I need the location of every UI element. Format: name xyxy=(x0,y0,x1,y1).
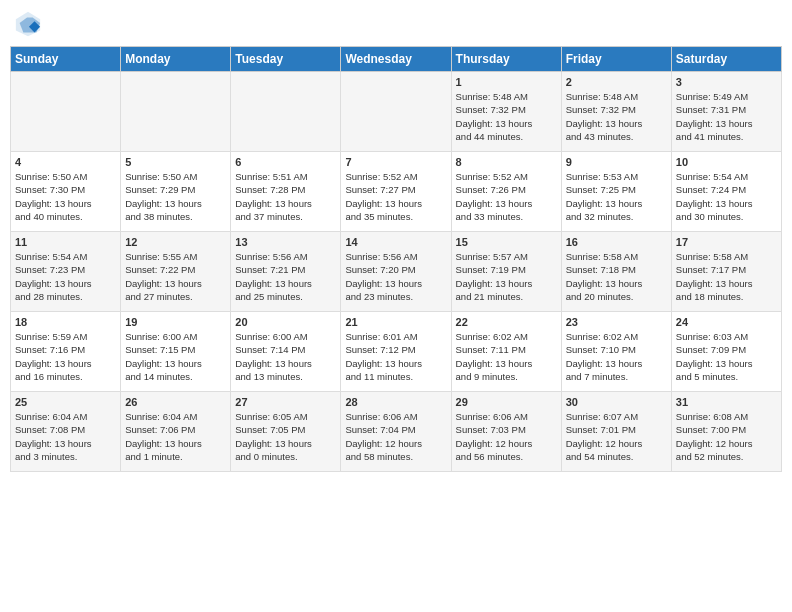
header-day: Monday xyxy=(121,47,231,72)
calendar-cell: 27Sunrise: 6:05 AM Sunset: 7:05 PM Dayli… xyxy=(231,392,341,472)
calendar-cell: 23Sunrise: 6:02 AM Sunset: 7:10 PM Dayli… xyxy=(561,312,671,392)
calendar-cell: 8Sunrise: 5:52 AM Sunset: 7:26 PM Daylig… xyxy=(451,152,561,232)
calendar-cell: 20Sunrise: 6:00 AM Sunset: 7:14 PM Dayli… xyxy=(231,312,341,392)
day-info: Sunrise: 5:53 AM Sunset: 7:25 PM Dayligh… xyxy=(566,170,667,223)
day-number: 31 xyxy=(676,396,777,408)
calendar-cell: 29Sunrise: 6:06 AM Sunset: 7:03 PM Dayli… xyxy=(451,392,561,472)
calendar-cell: 16Sunrise: 5:58 AM Sunset: 7:18 PM Dayli… xyxy=(561,232,671,312)
calendar-cell: 21Sunrise: 6:01 AM Sunset: 7:12 PM Dayli… xyxy=(341,312,451,392)
day-info: Sunrise: 6:04 AM Sunset: 7:06 PM Dayligh… xyxy=(125,410,226,463)
day-number: 25 xyxy=(15,396,116,408)
day-number: 7 xyxy=(345,156,446,168)
calendar-cell: 9Sunrise: 5:53 AM Sunset: 7:25 PM Daylig… xyxy=(561,152,671,232)
day-info: Sunrise: 5:52 AM Sunset: 7:26 PM Dayligh… xyxy=(456,170,557,223)
calendar-cell: 18Sunrise: 5:59 AM Sunset: 7:16 PM Dayli… xyxy=(11,312,121,392)
day-info: Sunrise: 6:02 AM Sunset: 7:11 PM Dayligh… xyxy=(456,330,557,383)
day-info: Sunrise: 6:06 AM Sunset: 7:03 PM Dayligh… xyxy=(456,410,557,463)
day-info: Sunrise: 6:04 AM Sunset: 7:08 PM Dayligh… xyxy=(15,410,116,463)
day-number: 3 xyxy=(676,76,777,88)
day-info: Sunrise: 6:07 AM Sunset: 7:01 PM Dayligh… xyxy=(566,410,667,463)
day-info: Sunrise: 5:54 AM Sunset: 7:23 PM Dayligh… xyxy=(15,250,116,303)
day-number: 13 xyxy=(235,236,336,248)
calendar-cell: 2Sunrise: 5:48 AM Sunset: 7:32 PM Daylig… xyxy=(561,72,671,152)
day-number: 17 xyxy=(676,236,777,248)
day-number: 22 xyxy=(456,316,557,328)
calendar-cell: 3Sunrise: 5:49 AM Sunset: 7:31 PM Daylig… xyxy=(671,72,781,152)
day-info: Sunrise: 5:54 AM Sunset: 7:24 PM Dayligh… xyxy=(676,170,777,223)
day-info: Sunrise: 5:55 AM Sunset: 7:22 PM Dayligh… xyxy=(125,250,226,303)
day-number: 21 xyxy=(345,316,446,328)
calendar-week: 11Sunrise: 5:54 AM Sunset: 7:23 PM Dayli… xyxy=(11,232,782,312)
logo-icon xyxy=(14,10,42,38)
calendar-week: 1Sunrise: 5:48 AM Sunset: 7:32 PM Daylig… xyxy=(11,72,782,152)
calendar-cell: 15Sunrise: 5:57 AM Sunset: 7:19 PM Dayli… xyxy=(451,232,561,312)
day-info: Sunrise: 6:03 AM Sunset: 7:09 PM Dayligh… xyxy=(676,330,777,383)
day-info: Sunrise: 5:57 AM Sunset: 7:19 PM Dayligh… xyxy=(456,250,557,303)
calendar-cell: 10Sunrise: 5:54 AM Sunset: 7:24 PM Dayli… xyxy=(671,152,781,232)
calendar-cell: 1Sunrise: 5:48 AM Sunset: 7:32 PM Daylig… xyxy=(451,72,561,152)
page-header xyxy=(10,10,782,38)
day-number: 8 xyxy=(456,156,557,168)
calendar-body: 1Sunrise: 5:48 AM Sunset: 7:32 PM Daylig… xyxy=(11,72,782,472)
header-row: SundayMondayTuesdayWednesdayThursdayFrid… xyxy=(11,47,782,72)
calendar-table: SundayMondayTuesdayWednesdayThursdayFrid… xyxy=(10,46,782,472)
day-number: 11 xyxy=(15,236,116,248)
header-day: Saturday xyxy=(671,47,781,72)
calendar-cell: 30Sunrise: 6:07 AM Sunset: 7:01 PM Dayli… xyxy=(561,392,671,472)
day-number: 14 xyxy=(345,236,446,248)
day-info: Sunrise: 5:52 AM Sunset: 7:27 PM Dayligh… xyxy=(345,170,446,223)
calendar-cell: 31Sunrise: 6:08 AM Sunset: 7:00 PM Dayli… xyxy=(671,392,781,472)
header-day: Wednesday xyxy=(341,47,451,72)
calendar-cell: 19Sunrise: 6:00 AM Sunset: 7:15 PM Dayli… xyxy=(121,312,231,392)
day-number: 18 xyxy=(15,316,116,328)
calendar-cell: 7Sunrise: 5:52 AM Sunset: 7:27 PM Daylig… xyxy=(341,152,451,232)
day-number: 27 xyxy=(235,396,336,408)
day-number: 9 xyxy=(566,156,667,168)
calendar-cell xyxy=(341,72,451,152)
day-number: 15 xyxy=(456,236,557,248)
day-number: 29 xyxy=(456,396,557,408)
header-day: Tuesday xyxy=(231,47,341,72)
calendar-cell: 4Sunrise: 5:50 AM Sunset: 7:30 PM Daylig… xyxy=(11,152,121,232)
day-number: 4 xyxy=(15,156,116,168)
calendar-header: SundayMondayTuesdayWednesdayThursdayFrid… xyxy=(11,47,782,72)
day-info: Sunrise: 5:56 AM Sunset: 7:21 PM Dayligh… xyxy=(235,250,336,303)
day-number: 10 xyxy=(676,156,777,168)
calendar-cell: 5Sunrise: 5:50 AM Sunset: 7:29 PM Daylig… xyxy=(121,152,231,232)
calendar-week: 4Sunrise: 5:50 AM Sunset: 7:30 PM Daylig… xyxy=(11,152,782,232)
day-number: 30 xyxy=(566,396,667,408)
day-info: Sunrise: 5:58 AM Sunset: 7:17 PM Dayligh… xyxy=(676,250,777,303)
day-info: Sunrise: 6:08 AM Sunset: 7:00 PM Dayligh… xyxy=(676,410,777,463)
day-info: Sunrise: 6:00 AM Sunset: 7:14 PM Dayligh… xyxy=(235,330,336,383)
calendar-cell: 26Sunrise: 6:04 AM Sunset: 7:06 PM Dayli… xyxy=(121,392,231,472)
day-info: Sunrise: 6:01 AM Sunset: 7:12 PM Dayligh… xyxy=(345,330,446,383)
calendar-cell: 12Sunrise: 5:55 AM Sunset: 7:22 PM Dayli… xyxy=(121,232,231,312)
day-number: 28 xyxy=(345,396,446,408)
day-number: 5 xyxy=(125,156,226,168)
calendar-cell xyxy=(231,72,341,152)
calendar-cell: 22Sunrise: 6:02 AM Sunset: 7:11 PM Dayli… xyxy=(451,312,561,392)
calendar-cell: 11Sunrise: 5:54 AM Sunset: 7:23 PM Dayli… xyxy=(11,232,121,312)
day-number: 6 xyxy=(235,156,336,168)
day-info: Sunrise: 5:50 AM Sunset: 7:30 PM Dayligh… xyxy=(15,170,116,223)
day-info: Sunrise: 5:56 AM Sunset: 7:20 PM Dayligh… xyxy=(345,250,446,303)
day-number: 1 xyxy=(456,76,557,88)
header-day: Thursday xyxy=(451,47,561,72)
day-info: Sunrise: 5:59 AM Sunset: 7:16 PM Dayligh… xyxy=(15,330,116,383)
day-number: 12 xyxy=(125,236,226,248)
header-day: Sunday xyxy=(11,47,121,72)
header-day: Friday xyxy=(561,47,671,72)
calendar-cell: 6Sunrise: 5:51 AM Sunset: 7:28 PM Daylig… xyxy=(231,152,341,232)
calendar-cell: 14Sunrise: 5:56 AM Sunset: 7:20 PM Dayli… xyxy=(341,232,451,312)
day-number: 19 xyxy=(125,316,226,328)
calendar-cell: 17Sunrise: 5:58 AM Sunset: 7:17 PM Dayli… xyxy=(671,232,781,312)
day-info: Sunrise: 6:05 AM Sunset: 7:05 PM Dayligh… xyxy=(235,410,336,463)
calendar-cell xyxy=(11,72,121,152)
logo xyxy=(14,10,46,38)
day-info: Sunrise: 6:06 AM Sunset: 7:04 PM Dayligh… xyxy=(345,410,446,463)
day-info: Sunrise: 5:48 AM Sunset: 7:32 PM Dayligh… xyxy=(566,90,667,143)
day-info: Sunrise: 5:50 AM Sunset: 7:29 PM Dayligh… xyxy=(125,170,226,223)
day-number: 20 xyxy=(235,316,336,328)
day-info: Sunrise: 6:02 AM Sunset: 7:10 PM Dayligh… xyxy=(566,330,667,383)
day-info: Sunrise: 5:51 AM Sunset: 7:28 PM Dayligh… xyxy=(235,170,336,223)
